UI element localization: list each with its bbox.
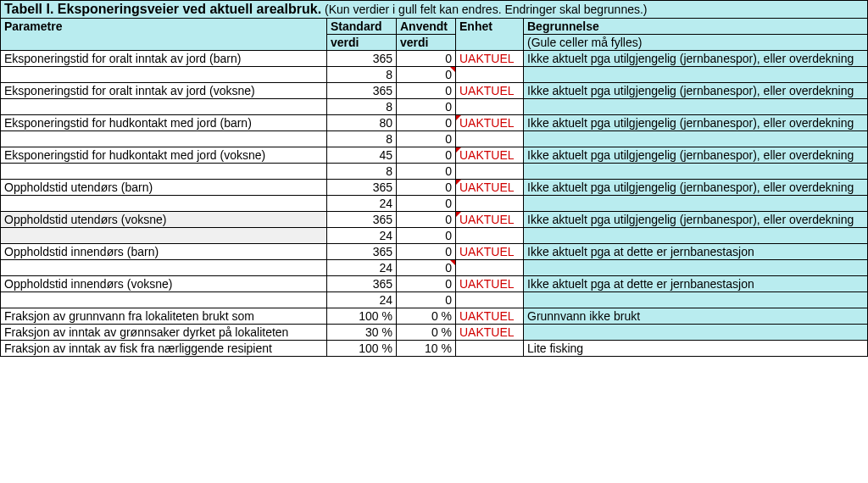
table-row: 8 0 (1, 131, 868, 147)
table-row: 8 0 (1, 67, 868, 83)
app-cell[interactable]: 0 (397, 83, 456, 99)
std-cell: 80 (327, 115, 397, 131)
just-cell[interactable]: Ikke aktuelt pga utilgjengelig (jernbane… (524, 51, 868, 67)
just-cell[interactable]: Ikke aktuelt pga utilgjengelig (jernbane… (524, 83, 868, 99)
unit-cell: UAKTUEL (456, 325, 524, 341)
just-cell[interactable]: Grunnvann ikke brukt (524, 308, 868, 325)
app-cell[interactable]: 0 % (397, 308, 456, 325)
just-cell[interactable] (524, 131, 868, 147)
std-cell: 365 (327, 51, 397, 67)
std-cell: 8 (327, 164, 397, 180)
just-cell[interactable] (524, 292, 868, 308)
exposure-table: Tabell I. Eksponeringsveier ved aktuell … (0, 0, 868, 357)
hdr-std1: Standard (327, 19, 397, 35)
table-row: Eksponeringstid for hudkontakt med jord … (1, 115, 868, 131)
std-cell: 365 (327, 276, 397, 292)
hdr-app2: verdi (397, 35, 456, 51)
unit-cell: UAKTUEL (456, 83, 524, 99)
std-cell: 365 (327, 83, 397, 99)
title-bold: Tabell I. Eksponeringsveier ved aktuell … (4, 2, 321, 16)
unit-cell (456, 99, 524, 115)
just-cell[interactable]: Ikke aktuelt pga utilgjengelig (jernbane… (524, 147, 868, 164)
std-cell: 24 (327, 292, 397, 308)
just-cell[interactable] (524, 67, 868, 83)
table-row: Eksponeringstid for oralt inntak av jord… (1, 83, 868, 99)
std-cell: 45 (327, 147, 397, 164)
just-cell[interactable]: Ikke aktuelt pga utilgjengelig (jernbane… (524, 115, 868, 131)
param-cell: Fraksjon av inntak av grønnsaker dyrket … (1, 325, 327, 341)
just-cell[interactable] (524, 164, 868, 180)
app-cell[interactable]: 0 (397, 292, 456, 308)
unit-cell (456, 228, 524, 244)
app-cell[interactable]: 0 (397, 212, 456, 228)
just-cell[interactable] (524, 325, 868, 341)
table-row: Fraksjon av inntak av fisk fra nærliggen… (1, 341, 868, 357)
param-cell: Eksponeringstid for hudkontakt med jord … (1, 147, 327, 164)
app-cell[interactable]: 0 % (397, 325, 456, 341)
table-row: 24 0 (1, 260, 868, 276)
std-cell: 24 (327, 228, 397, 244)
unit-cell: UAKTUEL (456, 51, 524, 67)
hdr-just2: (Gule celler må fylles) (524, 35, 868, 51)
table-row: Oppholdstid utendørs (voksne) 365 0 UAKT… (1, 212, 868, 228)
param-cell (1, 196, 327, 212)
param-cell (1, 260, 327, 276)
just-cell[interactable]: Ikke aktuelt pga at dette er jernbanesta… (524, 244, 868, 260)
just-cell[interactable] (524, 260, 868, 276)
unit-cell (456, 292, 524, 308)
table-row: Eksponeringstid for oralt inntak av jord… (1, 51, 868, 67)
app-cell[interactable]: 0 (397, 164, 456, 180)
unit-cell: UAKTUEL (456, 308, 524, 325)
param-cell (1, 67, 327, 83)
unit-cell: UAKTUEL (456, 180, 524, 196)
table-row: Oppholdstid innendørs (barn) 365 0 UAKTU… (1, 244, 868, 260)
table-row: 24 0 (1, 196, 868, 212)
app-cell[interactable]: 0 (397, 51, 456, 67)
param-cell (1, 292, 327, 308)
unit-cell (456, 260, 524, 276)
std-cell: 365 (327, 180, 397, 196)
app-cell[interactable]: 0 (397, 99, 456, 115)
just-cell[interactable] (524, 196, 868, 212)
app-cell[interactable]: 0 (397, 244, 456, 260)
unit-cell: UAKTUEL (456, 147, 524, 164)
std-cell: 100 % (327, 308, 397, 325)
table-row: Fraksjon av inntak av grønnsaker dyrket … (1, 325, 868, 341)
unit-cell: UAKTUEL (456, 212, 524, 228)
param-cell: Eksponeringstid for oralt inntak av jord… (1, 51, 327, 67)
just-cell[interactable]: Lite fisking (524, 341, 868, 357)
param-cell: Eksponeringstid for hudkontakt med jord … (1, 115, 327, 131)
just-cell[interactable]: Ikke aktuelt pga at dette er jernbanesta… (524, 276, 868, 292)
app-cell[interactable]: 0 (397, 196, 456, 212)
param-cell: Oppholdstid innendørs (voksne) (1, 276, 327, 292)
unit-cell (456, 341, 524, 357)
param-cell: Oppholdstid utendørs (barn) (1, 180, 327, 196)
param-cell: Fraksjon av inntak av fisk fra nærliggen… (1, 341, 327, 357)
app-cell[interactable]: 0 (397, 67, 456, 83)
table-row: Oppholdstid utendørs (barn) 365 0 UAKTUE… (1, 180, 868, 196)
param-cell (1, 99, 327, 115)
app-cell[interactable]: 0 (397, 131, 456, 147)
std-cell: 8 (327, 67, 397, 83)
hdr-param: Parametre (1, 19, 327, 51)
param-cell: Eksponeringstid for oralt inntak av jord… (1, 83, 327, 99)
app-cell[interactable]: 0 (397, 180, 456, 196)
unit-cell: UAKTUEL (456, 276, 524, 292)
app-cell[interactable]: 0 (397, 260, 456, 276)
app-cell[interactable]: 0 (397, 228, 456, 244)
app-cell[interactable]: 0 (397, 115, 456, 131)
param-cell: Oppholdstid utendørs (voksne) (1, 212, 327, 228)
app-cell[interactable]: 0 (397, 147, 456, 164)
just-cell[interactable] (524, 99, 868, 115)
unit-cell (456, 196, 524, 212)
param-cell (1, 228, 327, 244)
just-cell[interactable] (524, 228, 868, 244)
just-cell[interactable]: Ikke aktuelt pga utilgjengelig (jernbane… (524, 212, 868, 228)
hdr-unit: Enhet (456, 19, 524, 51)
std-cell: 24 (327, 196, 397, 212)
param-cell (1, 164, 327, 180)
unit-cell (456, 67, 524, 83)
app-cell[interactable]: 10 % (397, 341, 456, 357)
app-cell[interactable]: 0 (397, 276, 456, 292)
just-cell[interactable]: Ikke aktuelt pga utilgjengelig (jernbane… (524, 180, 868, 196)
